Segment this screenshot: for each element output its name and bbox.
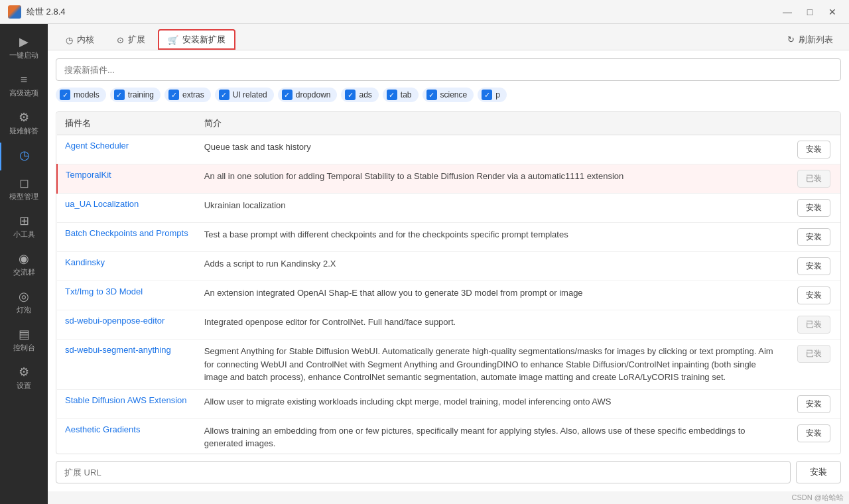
install-new-tab-label: 安装新扩展 bbox=[182, 34, 226, 46]
checkbox-tab: ✓ bbox=[387, 90, 397, 100]
sidebar-item-settings[interactable]: ⚙ 设置 bbox=[0, 359, 48, 397]
inner-content: ✓ models ✓ training ✓ extras ✓ UI relate… bbox=[48, 50, 849, 491]
history-icon: ◷ bbox=[19, 149, 30, 161]
plugin-link-kandinsky[interactable]: Kandinsky bbox=[65, 257, 105, 267]
close-button[interactable]: ✕ bbox=[824, 3, 841, 21]
sidebar-item-model-manage[interactable]: ◻ 模型管理 bbox=[0, 170, 48, 208]
action-btn-batch-checkpoints[interactable]: 安装 bbox=[797, 228, 830, 246]
search-input[interactable] bbox=[56, 58, 841, 81]
plugin-link-ua-localization[interactable]: ua_UA Localization bbox=[65, 199, 139, 209]
refresh-button[interactable]: ↻ 刷新列表 bbox=[779, 30, 841, 50]
cell-name-sd-segment: sd-webui-segment-anything bbox=[57, 340, 196, 390]
refresh-label: 刷新列表 bbox=[799, 34, 833, 46]
sidebar-item-troubleshoot[interactable]: ⚙ 疑难解答 bbox=[0, 105, 48, 143]
sidebar-item-bulb[interactable]: ◎ 灯泡 bbox=[0, 284, 48, 322]
filter-label-models: models bbox=[74, 90, 99, 99]
tab-core[interactable]: ◷ 内核 bbox=[56, 29, 104, 50]
table-row-aesthetic-gradients: Aesthetic Gradients Allows training an e… bbox=[57, 418, 840, 454]
checkbox-ui-related: ✓ bbox=[219, 90, 229, 100]
plugin-link-batch-checkpoints[interactable]: Batch Checkpoints and Prompts bbox=[65, 228, 188, 238]
core-tab-label: 内核 bbox=[77, 34, 94, 46]
url-input[interactable] bbox=[56, 461, 791, 483]
action-btn-aesthetic-gradients[interactable]: 安装 bbox=[797, 424, 830, 442]
action-btn-temporalkit[interactable]: 已装 bbox=[797, 170, 830, 188]
cell-name-batch-checkpoints: Batch Checkpoints and Prompts bbox=[57, 223, 196, 252]
action-btn-kandinsky[interactable]: 安装 bbox=[797, 257, 830, 275]
sidebar-item-advanced[interactable]: ≡ 高级选项 bbox=[0, 67, 48, 105]
url-install-button[interactable]: 安装 bbox=[796, 461, 841, 483]
minimize-button[interactable]: — bbox=[779, 3, 796, 21]
cell-desc-sd-aws: Allow user to migrate existing workloads… bbox=[196, 389, 787, 418]
filter-tag-ui-related[interactable]: ✓ UI related bbox=[215, 88, 274, 102]
filter-tag-models[interactable]: ✓ models bbox=[56, 88, 106, 102]
table-row-batch-checkpoints: Batch Checkpoints and Prompts Test a bas… bbox=[57, 223, 840, 252]
sidebar-label-bulb: 灯泡 bbox=[17, 305, 31, 315]
main-layout: ▶ 一键启动 ≡ 高级选项 ⚙ 疑难解答 ◷ ◻ 模型管理 ⊞ 小工具 ◉ 交流… bbox=[0, 24, 849, 504]
action-btn-ua-localization[interactable]: 安装 bbox=[797, 199, 830, 217]
core-tab-icon: ◷ bbox=[66, 35, 73, 45]
cell-action-aesthetic-gradients: 安装 bbox=[787, 418, 840, 454]
table-row-temporalkit: TemporalKit An all in one solution for a… bbox=[57, 164, 840, 194]
col-header-name: 插件名 bbox=[57, 112, 196, 135]
plugin-link-agent-scheduler[interactable]: Agent Scheduler bbox=[65, 141, 129, 151]
app-title: 绘世 2.8.4 bbox=[27, 6, 779, 18]
tab-bar: ◷ 内核 ⊙ 扩展 🛒 安装新扩展 ↻ 刷新列表 bbox=[48, 24, 849, 50]
plugin-link-aesthetic-gradients[interactable]: Aesthetic Gradients bbox=[65, 424, 140, 434]
sidebar-item-community[interactable]: ◉ 交流群 bbox=[0, 246, 48, 284]
table-header: 插件名 简介 bbox=[57, 112, 840, 135]
plugin-link-sd-segment[interactable]: sd-webui-segment-anything bbox=[65, 345, 171, 355]
sidebar-label-console: 控制台 bbox=[13, 343, 35, 353]
troubleshoot-icon: ⚙ bbox=[19, 111, 29, 123]
cell-action-ua-localization: 安装 bbox=[787, 194, 840, 223]
model-manage-icon: ◻ bbox=[19, 177, 29, 189]
action-btn-agent-scheduler[interactable]: 安装 bbox=[797, 141, 830, 158]
cell-action-kandinsky: 安装 bbox=[787, 252, 840, 281]
checkbox-science: ✓ bbox=[426, 90, 437, 100]
filter-label-p: p bbox=[495, 90, 500, 99]
action-btn-sd-aws[interactable]: 安装 bbox=[797, 395, 830, 413]
cell-action-sd-segment: 已装 bbox=[787, 340, 840, 390]
cell-name-kandinsky: Kandinsky bbox=[57, 252, 196, 281]
plugin-link-txt-img-3d[interactable]: Txt/Img to 3D Model bbox=[65, 286, 143, 296]
sidebar-item-launch[interactable]: ▶ 一键启动 bbox=[0, 29, 48, 67]
plugins-table: 插件名 简介 Agent Scheduler Queue task and ta… bbox=[56, 111, 841, 454]
cell-desc-sd-segment: Segment Anything for Stable Diffusion We… bbox=[196, 340, 787, 390]
col-header-action bbox=[787, 112, 840, 135]
settings-icon: ⚙ bbox=[19, 366, 29, 378]
filter-label-tab: tab bbox=[401, 90, 412, 99]
sidebar-item-history[interactable]: ◷ bbox=[0, 143, 48, 170]
cell-name-ua-localization: ua_UA Localization bbox=[57, 194, 196, 223]
cell-desc-agent-scheduler: Queue task and task history bbox=[196, 135, 787, 164]
filter-tag-extras[interactable]: ✓ extras bbox=[164, 88, 211, 102]
checkbox-extras: ✓ bbox=[168, 90, 179, 100]
extensions-tab-icon: ⊙ bbox=[117, 35, 124, 45]
plugin-link-sd-openpose[interactable]: sd-webui-openpose-editor bbox=[65, 316, 164, 326]
sidebar-label-launch: 一键启动 bbox=[9, 50, 38, 60]
table-row-ua-localization: ua_UA Localization Ukrainian localizatio… bbox=[57, 194, 840, 223]
action-btn-sd-openpose[interactable]: 已装 bbox=[797, 316, 830, 334]
cell-action-batch-checkpoints: 安装 bbox=[787, 223, 840, 252]
filter-tag-dropdown[interactable]: ✓ dropdown bbox=[278, 88, 338, 102]
filter-label-science: science bbox=[440, 90, 468, 99]
maximize-button[interactable]: □ bbox=[801, 3, 818, 21]
table-row-sd-segment: sd-webui-segment-anything Segment Anythi… bbox=[57, 340, 840, 390]
plugin-link-temporalkit[interactable]: TemporalKit bbox=[66, 170, 111, 180]
sidebar: ▶ 一键启动 ≡ 高级选项 ⚙ 疑难解答 ◷ ◻ 模型管理 ⊞ 小工具 ◉ 交流… bbox=[0, 24, 48, 504]
filter-tag-tab[interactable]: ✓ tab bbox=[383, 88, 419, 102]
filter-tag-science[interactable]: ✓ science bbox=[423, 88, 474, 102]
tab-extensions[interactable]: ⊙ 扩展 bbox=[107, 29, 155, 50]
checkbox-models: ✓ bbox=[60, 90, 70, 100]
action-btn-sd-segment[interactable]: 已装 bbox=[797, 345, 830, 363]
filter-tag-ads[interactable]: ✓ ads bbox=[341, 88, 378, 102]
cell-desc-ua-localization: Ukrainian localization bbox=[196, 194, 787, 223]
sidebar-item-tools[interactable]: ⊞ 小工具 bbox=[0, 208, 48, 246]
tab-install-new[interactable]: 🛒 安装新扩展 bbox=[158, 29, 235, 50]
filter-tag-training[interactable]: ✓ training bbox=[110, 88, 161, 102]
sidebar-item-console[interactable]: ▤ 控制台 bbox=[0, 322, 48, 359]
console-icon: ▤ bbox=[19, 328, 30, 340]
action-btn-txt-img-3d[interactable]: 安装 bbox=[797, 286, 830, 304]
url-area: 安装 bbox=[56, 454, 841, 483]
plugin-link-sd-aws[interactable]: Stable Diffusion AWS Extension bbox=[65, 395, 187, 405]
filter-tag-p[interactable]: ✓ p bbox=[478, 88, 507, 102]
sidebar-label-troubleshoot: 疑难解答 bbox=[9, 126, 38, 136]
